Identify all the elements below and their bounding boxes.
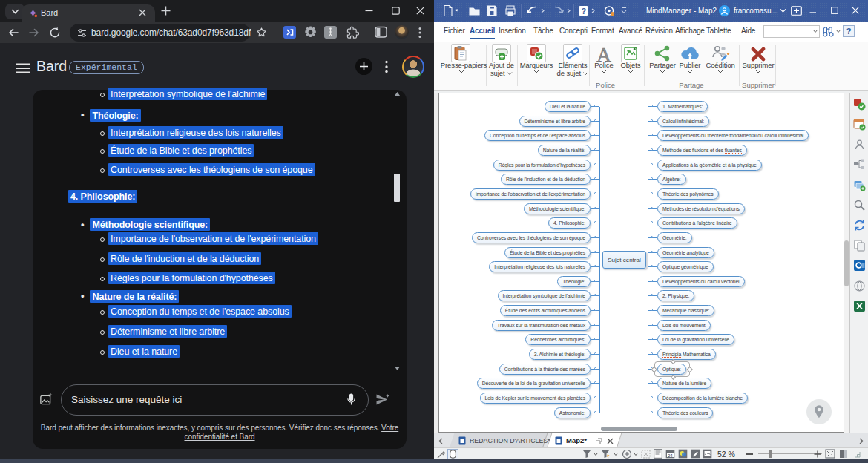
svg-text:24: 24 <box>668 453 673 458</box>
